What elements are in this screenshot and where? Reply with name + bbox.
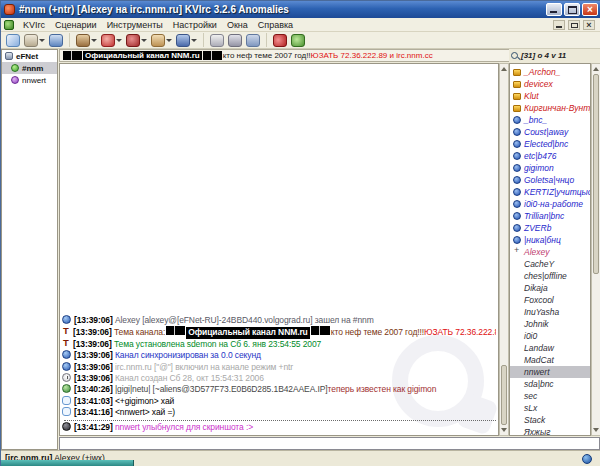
nick-row[interactable]: _bnc_ xyxy=(510,114,590,126)
text-segment: <nnwert> хай =) xyxy=(115,407,175,418)
nick-row[interactable]: ches|offline xyxy=(510,270,590,282)
nick-scroll-thumb[interactable] xyxy=(593,74,599,274)
nick-row[interactable]: gigimon xyxy=(510,162,590,174)
chat-view[interactable]: [13:39:06] Alexey [alexey@[eFNet-RU]-24B… xyxy=(59,63,499,436)
nick-row[interactable]: Goletsa|чнцо xyxy=(510,174,590,186)
nick-row[interactable]: _Archon_ xyxy=(510,66,590,78)
minimize-button[interactable] xyxy=(546,3,562,16)
nick-row[interactable]: sLx xyxy=(510,402,590,414)
chevron-down-icon[interactable] xyxy=(39,39,45,42)
spacer xyxy=(513,308,521,316)
nick-row[interactable]: Trillian|bnc xyxy=(510,210,590,222)
nick-row[interactable]: CacheY xyxy=(510,258,590,270)
nick-label: Trillian|bnc xyxy=(524,211,564,221)
nick-row[interactable]: Coust|away xyxy=(510,126,590,138)
toolbar-button[interactable] xyxy=(227,32,243,48)
toolbar-button[interactable] xyxy=(290,32,306,48)
toolbar-button[interactable] xyxy=(5,32,21,48)
menu-item[interactable]: Окна xyxy=(222,20,253,30)
scroll-down-icon[interactable] xyxy=(593,428,599,432)
nick-row[interactable]: sec xyxy=(510,390,590,402)
text-segment: <+gigimon> хай xyxy=(115,396,174,407)
nick-row[interactable]: sda|bnc xyxy=(510,378,590,390)
menu-item[interactable]: Настройки xyxy=(168,20,222,30)
toolbar xyxy=(1,32,600,49)
chevron-down-icon[interactable] xyxy=(116,39,122,42)
nick-row[interactable]: i0i0 xyxy=(510,330,590,342)
window-tree-panel[interactable]: eFNet#nnmnnwert xyxy=(1,49,58,450)
tree-network-efnet[interactable]: eFNet xyxy=(2,50,57,62)
toolbar-button[interactable] xyxy=(125,32,148,48)
nick-row[interactable]: InuYasha xyxy=(510,306,590,318)
nick-row[interactable]: ZVERb xyxy=(510,222,590,234)
search-icon[interactable] xyxy=(511,52,518,59)
toolbar-button[interactable] xyxy=(48,32,64,48)
action-icon xyxy=(62,422,71,431)
menu-bar: KVIrcСценарииИнструментыНастройкиОкнаСпр… xyxy=(1,18,600,32)
nick-row[interactable]: Dikaja xyxy=(510,282,590,294)
nick-row[interactable]: Alexey xyxy=(510,246,590,258)
nick-row[interactable]: devicex xyxy=(510,78,590,90)
nick-row[interactable]: |ника|бнц xyxy=(510,234,590,246)
chevron-down-icon[interactable] xyxy=(91,39,97,42)
timestamp: [13:39:06] xyxy=(73,327,114,337)
toolbar-button[interactable] xyxy=(75,32,98,48)
topic-bar[interactable]: Официальный канал NNM.ru кто неф теме 20… xyxy=(59,49,539,62)
chevron-down-icon[interactable] xyxy=(166,39,172,42)
security-icon xyxy=(246,34,260,47)
nick-label: sLx xyxy=(524,403,537,413)
mdi-minimize-button[interactable] xyxy=(553,20,565,30)
channel-icon xyxy=(11,64,19,72)
chat-scroll-thumb[interactable] xyxy=(501,365,507,425)
toolbar-button[interactable] xyxy=(100,32,123,48)
tree-item-nnwert[interactable]: nnwert xyxy=(2,74,57,86)
menu-item[interactable]: Справка xyxy=(253,20,298,30)
scroll-up-icon[interactable] xyxy=(593,67,599,71)
menu-item[interactable]: Сценарии xyxy=(50,20,102,30)
joystick-icon xyxy=(126,34,140,47)
spacer xyxy=(513,392,521,400)
chevron-down-icon[interactable] xyxy=(191,39,197,42)
nick-row[interactable]: KERTIZ|учитцысо xyxy=(510,186,590,198)
connection-status-icon[interactable] xyxy=(582,454,592,464)
message-input[interactable] xyxy=(59,437,600,450)
nick-row[interactable]: Elected|bnc xyxy=(510,138,590,150)
nick-row[interactable]: Foxcool xyxy=(510,294,590,306)
chat-scrollbar[interactable] xyxy=(499,63,509,436)
chevron-down-icon[interactable] xyxy=(141,39,147,42)
maximize-button[interactable] xyxy=(564,3,580,16)
text-segment: Канал синхронизирован за 0.0 секунд xyxy=(115,350,261,361)
close-button[interactable]: × xyxy=(582,3,598,16)
tree-item-nnm[interactable]: #nnm xyxy=(2,62,57,74)
menu-item[interactable]: Инструменты xyxy=(102,20,168,30)
nick-row[interactable]: etc|b476 xyxy=(510,150,590,162)
toolbar-button[interactable] xyxy=(245,32,261,48)
toolbar-button[interactable] xyxy=(272,32,288,48)
scroll-up-icon[interactable] xyxy=(501,67,507,71)
nick-list[interactable]: _Archon_devicexKlutКиргинчан-Вунтру_bnc_… xyxy=(509,63,591,436)
nick-row[interactable]: Klut xyxy=(510,90,590,102)
toolbar-button[interactable] xyxy=(150,32,173,48)
title-bar[interactable]: #nnm (+ntr) [Alexey на irc.nnm.ru] KVIrc… xyxy=(1,1,600,18)
menu-item[interactable]: KVIrc xyxy=(18,20,50,30)
nick-row[interactable]: Киргинчан-Вунтру xyxy=(510,102,590,114)
nick-row[interactable]: i0i0-на-работе xyxy=(510,198,590,210)
status-bar: [irc.nnm.ru] Alexey (+iwx) xyxy=(1,450,600,466)
new-window-icon xyxy=(49,34,63,47)
nick-row[interactable]: MadCat xyxy=(510,354,590,366)
nick-row[interactable]: Johnik xyxy=(510,318,590,330)
chat-message: [13:39:06] Тема канала: Официальный кана… xyxy=(62,326,496,338)
nick-row[interactable]: Landaw xyxy=(510,342,590,354)
mdi-close-button[interactable]: × xyxy=(583,20,595,30)
nick-row[interactable]: Stack xyxy=(510,414,590,426)
text-segment: ЮЗАТЬ 72.36.222.89 и irc.nnm.cc xyxy=(424,327,496,338)
scroll-down-icon[interactable] xyxy=(501,428,507,432)
spacer xyxy=(513,296,521,304)
mdi-restore-button[interactable] xyxy=(568,20,580,30)
toolbar-button[interactable] xyxy=(175,32,198,48)
nick-row[interactable]: Яхжыг xyxy=(510,426,590,436)
toolbar-button[interactable] xyxy=(209,32,225,48)
nick-row[interactable]: nnwert xyxy=(510,366,590,378)
nicklist-scrollbar[interactable] xyxy=(591,63,600,436)
toolbar-button[interactable] xyxy=(23,32,46,48)
